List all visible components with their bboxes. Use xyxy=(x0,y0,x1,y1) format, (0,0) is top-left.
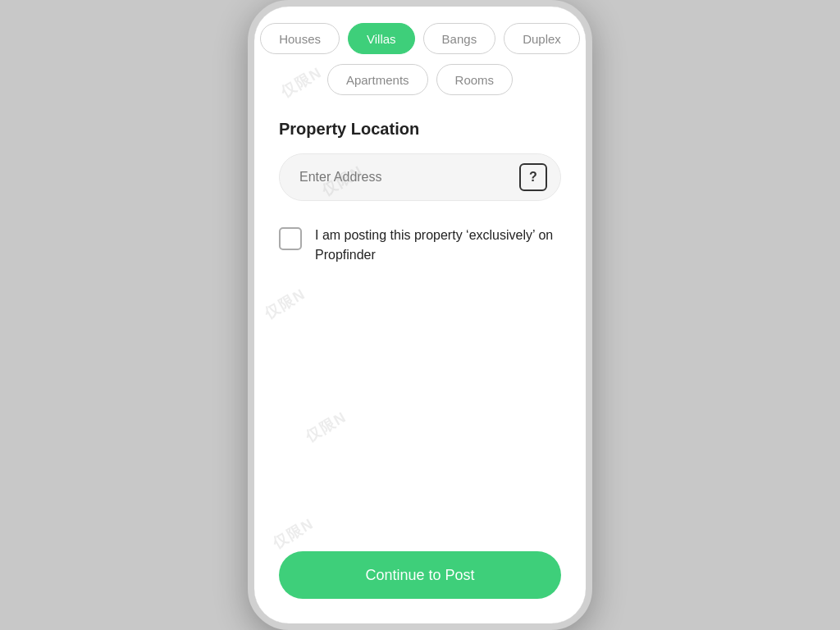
chip-bangs[interactable]: Bangs xyxy=(423,23,496,54)
exclusive-checkbox[interactable] xyxy=(279,227,302,250)
address-input-wrapper: ? xyxy=(279,153,561,201)
continue-btn-wrapper: Continue to Post xyxy=(254,518,586,623)
property-location-section: Property Location ? xyxy=(254,120,586,201)
chip-apartments[interactable]: Apartments xyxy=(327,64,428,95)
help-icon[interactable]: ? xyxy=(519,163,547,191)
property-type-chips-row2: Apartments Rooms xyxy=(254,64,586,120)
exclusive-checkbox-area: I am posting this property ‘exclusively’… xyxy=(254,201,586,265)
chip-duplex[interactable]: Duplex xyxy=(504,23,580,54)
chip-villas[interactable]: Villas xyxy=(348,23,415,54)
chip-houses[interactable]: Houses xyxy=(260,23,340,54)
property-type-chips-row1: Houses Villas Bangs Duplex xyxy=(254,23,586,64)
chip-rooms[interactable]: Rooms xyxy=(436,64,514,95)
phone-screen: Houses Villas Bangs Duplex Apartments Ro… xyxy=(254,7,586,623)
section-title: Property Location xyxy=(279,120,561,139)
continue-to-post-button[interactable]: Continue to Post xyxy=(279,551,561,599)
phone-frame: Houses Villas Bangs Duplex Apartments Ro… xyxy=(248,0,592,630)
address-input[interactable] xyxy=(299,170,511,185)
exclusive-checkbox-label: I am posting this property ‘exclusively’… xyxy=(315,226,561,265)
